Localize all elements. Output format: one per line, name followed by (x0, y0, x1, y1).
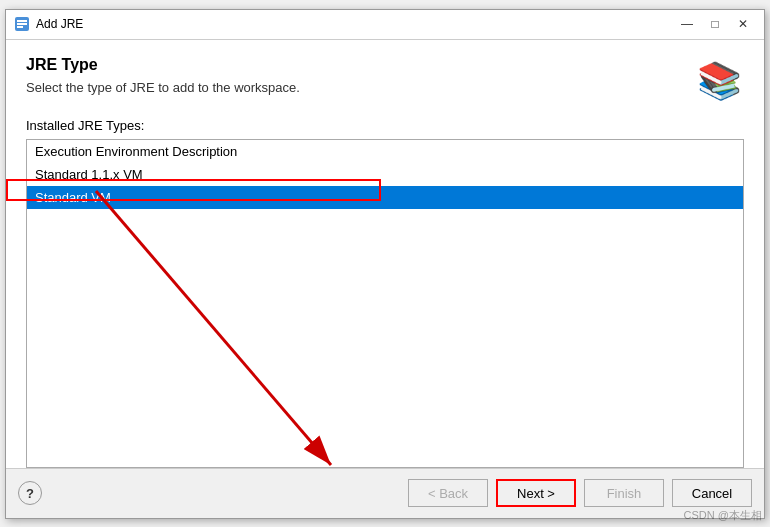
back-button[interactable]: < Back (408, 479, 488, 507)
window-icon (14, 16, 30, 32)
bottom-buttons: < Back Next > Finish Cancel (408, 479, 752, 507)
title-controls: — □ ✕ (674, 14, 756, 34)
jre-type-desc: Select the type of JRE to add to the wor… (26, 80, 684, 95)
minimize-button[interactable]: — (674, 14, 700, 34)
header-icon: 📚 (694, 56, 744, 106)
help-button[interactable]: ? (18, 481, 42, 505)
list-item[interactable]: Standard 1.1.x VM (27, 163, 743, 186)
jre-type-title: JRE Type (26, 56, 684, 74)
jre-types-list[interactable]: Execution Environment Description Standa… (26, 139, 744, 468)
content-area: JRE Type Select the type of JRE to add t… (6, 40, 764, 468)
bottom-bar: ? < Back Next > Finish Cancel (6, 468, 764, 518)
svg-rect-2 (17, 23, 27, 25)
svg-rect-1 (17, 20, 27, 22)
header-text: JRE Type Select the type of JRE to add t… (26, 56, 684, 95)
next-button[interactable]: Next > (496, 479, 576, 507)
list-item[interactable]: Execution Environment Description (27, 140, 743, 163)
maximize-button[interactable]: □ (702, 14, 728, 34)
header-section: JRE Type Select the type of JRE to add t… (26, 56, 744, 106)
bottom-left: ? (18, 481, 42, 505)
svg-rect-3 (17, 26, 23, 28)
finish-button[interactable]: Finish (584, 479, 664, 507)
title-bar: Add JRE — □ ✕ (6, 10, 764, 40)
title-bar-left: Add JRE (14, 16, 83, 32)
close-button[interactable]: ✕ (730, 14, 756, 34)
installed-label: Installed JRE Types: (26, 118, 744, 133)
cancel-button[interactable]: Cancel (672, 479, 752, 507)
list-item-standard-vm[interactable]: Standard VM (27, 186, 743, 209)
watermark: CSDN @本生相 (684, 508, 762, 523)
add-jre-window: Add JRE — □ ✕ JRE Type Select the type o… (5, 9, 765, 519)
window-title: Add JRE (36, 17, 83, 31)
